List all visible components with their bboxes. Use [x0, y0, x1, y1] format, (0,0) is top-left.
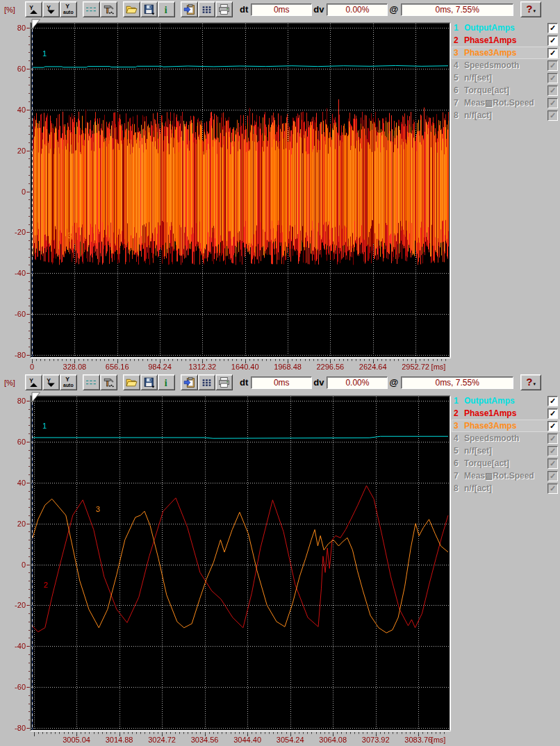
dt-value-field[interactable]: 0ms [251, 376, 312, 389]
channel-checkbox[interactable]: ✓ [547, 85, 558, 96]
y-zoom-out-button[interactable]: Y [42, 374, 60, 390]
open-button[interactable] [123, 374, 140, 390]
scope-panel-top: [%] YYYautoi dt0msdv0.00%@0ms, 7.55% ?▾ … [0, 0, 560, 373]
channel-label: n/f[set] [464, 446, 547, 456]
help-button[interactable]: ?▾ [520, 1, 541, 17]
y-zoom-out-button[interactable]: Y [42, 1, 60, 17]
data-table-button[interactable] [198, 1, 215, 17]
channel-label: OutputAmps [464, 396, 547, 406]
save-disk-icon [143, 3, 155, 15]
channel-checkbox[interactable]: ✓ [547, 421, 558, 431]
legend-channel-row[interactable]: 7Meas▨Rot.Speed✓ [452, 97, 560, 109]
y-up-icon: Y [28, 3, 40, 15]
toolbar: [%] YYYautoi dt0msdv0.00%@0ms, 7.55% ?▾ [0, 373, 560, 392]
channel-checkbox[interactable]: ✓ [547, 408, 558, 419]
legend-channel-row[interactable]: 5n/f[set]✓ [452, 72, 560, 84]
channel-checkbox[interactable]: ✓ [547, 458, 558, 469]
channel-label: n/f[act] [464, 483, 547, 493]
y-zoom-in-button[interactable]: Y [25, 1, 42, 17]
channel-checkbox[interactable]: ✓ [547, 110, 558, 121]
print-button[interactable] [215, 374, 233, 390]
channel-checkbox[interactable]: ✓ [547, 396, 558, 406]
channel-number: 8 [452, 483, 464, 493]
toolbar-fields: dt0msdv0.00%@0ms, 7.55% [238, 376, 513, 389]
channel-label: Speedsmooth [464, 433, 547, 443]
legend-channel-row[interactable]: 3Phase3Amps✓ [452, 47, 560, 59]
print-button[interactable] [215, 1, 233, 17]
toolbar-group: YYYauto [25, 374, 77, 390]
grid-toggle-button[interactable] [83, 374, 100, 390]
channel-checkbox[interactable]: ✓ [547, 433, 558, 444]
channel-label: Speedsmooth [464, 60, 547, 70]
help-button[interactable]: ?▾ [520, 374, 541, 390]
channel-checkbox[interactable]: ✓ [547, 60, 558, 71]
dv-value-field[interactable]: 0.00% [327, 376, 388, 389]
copy-to-clipboard-button[interactable] [181, 1, 198, 17]
channel-checkbox[interactable]: ✓ [547, 446, 558, 456]
data-table-button[interactable] [198, 374, 215, 390]
at-value-field[interactable]: 0ms, 7.55% [401, 376, 513, 389]
channel-label: Meas▨Rot.Speed [464, 471, 547, 481]
grid-toggle-button[interactable] [83, 1, 100, 17]
channel-number: 3 [452, 421, 464, 431]
svg-text:Y: Y [47, 377, 51, 384]
legend-channel-row[interactable]: 4Speedsmooth✓ [452, 59, 560, 72]
y-auto-icon: Yauto [63, 3, 74, 15]
channel-number: 5 [452, 73, 464, 83]
toolbar-group [83, 1, 117, 17]
trace-plot-canvas-bottom[interactable] [0, 392, 452, 746]
dt-label: dt [240, 377, 248, 388]
channel-checkbox[interactable]: ✓ [547, 35, 558, 46]
grid-table-icon [201, 3, 213, 15]
info-icon: i [160, 376, 172, 388]
y-autoscale-button[interactable]: Yauto [60, 1, 77, 17]
y-zoom-in-button[interactable]: Y [25, 374, 42, 390]
channel-label: n/f[act] [464, 110, 547, 120]
channel-checkbox[interactable]: ✓ [547, 471, 558, 481]
at-label: @ [389, 4, 398, 15]
trace-plot-canvas-top[interactable] [0, 19, 452, 373]
channel-number: 1 [452, 23, 464, 33]
dt-value-field[interactable]: 0ms [251, 3, 312, 16]
legend-channel-row[interactable]: 8n/f[act]✓ [452, 482, 560, 495]
channel-number: 7 [452, 98, 464, 108]
settings-button[interactable] [100, 374, 117, 390]
channel-number: 5 [452, 446, 464, 456]
legend-channel-row[interactable]: 1OutputAmps✓ [452, 395, 560, 407]
svg-text:Y: Y [29, 377, 33, 384]
legend-channel-row[interactable]: 7Meas▨Rot.Speed✓ [452, 470, 560, 482]
channel-number: 2 [452, 35, 464, 45]
save-button[interactable] [140, 1, 158, 17]
channel-label: Torque[act] [464, 458, 547, 468]
info-button[interactable]: i [158, 1, 175, 17]
printer-icon [218, 376, 230, 388]
y-autoscale-button[interactable]: Yauto [60, 374, 77, 390]
legend-channel-row[interactable]: 1OutputAmps✓ [452, 22, 560, 34]
dv-value-field[interactable]: 0.00% [327, 3, 388, 16]
channel-checkbox[interactable]: ✓ [547, 483, 558, 494]
channel-checkbox[interactable]: ✓ [547, 48, 558, 58]
open-button[interactable] [123, 1, 140, 17]
toolbar-group [181, 374, 233, 390]
legend-channel-row[interactable]: 5n/f[set]✓ [452, 445, 560, 457]
channel-checkbox[interactable]: ✓ [547, 98, 558, 108]
channel-legend: 1OutputAmps✓2Phase1Amps✓3Phase3Amps✓4Spe… [452, 395, 560, 495]
legend-channel-row[interactable]: 6Torque[act]✓ [452, 84, 560, 97]
legend-channel-row[interactable]: 2Phase1Amps✓ [452, 407, 560, 420]
channel-checkbox[interactable]: ✓ [547, 73, 558, 83]
toolbar-button-groups: YYYautoi [25, 1, 238, 17]
info-button[interactable]: i [158, 374, 175, 390]
legend-channel-row[interactable]: 2Phase1Amps✓ [452, 34, 560, 47]
legend-channel-row[interactable]: 4Speedsmooth✓ [452, 432, 560, 445]
save-button[interactable] [140, 374, 158, 390]
channel-number: 6 [452, 458, 464, 468]
save-disk-icon [143, 376, 155, 388]
channel-checkbox[interactable]: ✓ [547, 23, 558, 33]
legend-channel-row[interactable]: 6Torque[act]✓ [452, 457, 560, 470]
legend-channel-row[interactable]: 3Phase3Amps✓ [452, 420, 560, 432]
copy-to-clipboard-button[interactable] [181, 374, 198, 390]
legend-channel-row[interactable]: 8n/f[act]✓ [452, 109, 560, 122]
settings-button[interactable] [100, 1, 117, 17]
toolbar-group [83, 374, 117, 390]
at-value-field[interactable]: 0ms, 7.55% [401, 3, 513, 16]
